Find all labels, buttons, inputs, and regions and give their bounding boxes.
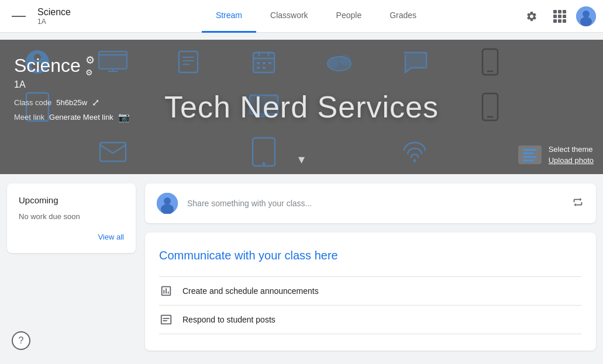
- header-nav: Stream Classwork People Grades: [112, 0, 520, 33]
- upcoming-card: Upcoming No work due soon View all: [7, 183, 136, 253]
- header-right: [520, 5, 596, 28]
- select-theme-button[interactable]: Select theme: [549, 145, 594, 154]
- hero-class-info: Science ⚙ ⚙ 1A Class code 5h6b25w ⤢ Meet…: [14, 54, 130, 123]
- class-code-value: 5h6b25w: [56, 98, 87, 107]
- theme-actions: Select theme Upload photo: [549, 145, 594, 165]
- tab-stream[interactable]: Stream: [202, 0, 256, 33]
- camera-icon: 📷: [118, 112, 130, 123]
- svg-point-37: [164, 197, 171, 204]
- user-share-avatar: [157, 193, 178, 214]
- generate-meet-link[interactable]: Generate Meet link: [49, 113, 113, 122]
- hero-meet-row: Meet link Generate Meet link 📷: [14, 112, 130, 123]
- svg-point-2: [580, 17, 592, 26]
- repost-icon: [571, 196, 584, 209]
- upload-photo-button[interactable]: Upload photo: [549, 156, 594, 165]
- waffle-icon: [553, 10, 566, 23]
- settings-button[interactable]: [520, 5, 543, 28]
- tab-classwork[interactable]: Classwork: [256, 0, 322, 33]
- share-repost-button[interactable]: [571, 196, 584, 212]
- header: Science 1A Stream Classwork People Grade…: [0, 0, 603, 33]
- gear-icon-1: ⚙: [85, 54, 95, 67]
- app-section: 1A: [37, 18, 71, 26]
- list-icon: [159, 313, 173, 327]
- sidebar: Upcoming No work due soon View all: [7, 183, 136, 351]
- announcements-text: Create and schedule announcements: [182, 286, 319, 296]
- app-title: Science 1A: [37, 7, 71, 26]
- hero-class-code-row: Class code 5h6b25w ⤢: [14, 97, 130, 108]
- stream-area: Communicate with your class here Create …: [145, 183, 596, 351]
- announcement-icon: [159, 284, 173, 298]
- share-card: [145, 183, 596, 223]
- gear-icon-2: ⚙: [85, 68, 95, 77]
- app-name: Science: [37, 7, 71, 18]
- hero-chevron[interactable]: ▾: [298, 152, 305, 167]
- communicate-card: Communicate with your class here Create …: [145, 233, 596, 351]
- class-code-label: Class code: [14, 98, 51, 107]
- gear-icon: [526, 11, 537, 22]
- hero-banner: Tech Nerd Services Science ⚙ ⚙ 1A Class …: [0, 40, 603, 174]
- expand-icon[interactable]: ⤢: [92, 97, 99, 108]
- theme-icon: [518, 145, 542, 164]
- hero-theme-controls: Select theme Upload photo: [518, 145, 594, 165]
- user-avatar-image: [576, 6, 596, 26]
- share-avatar: [157, 193, 178, 214]
- share-input[interactable]: [187, 199, 562, 208]
- hero-class-name: Science ⚙ ⚙: [14, 54, 130, 77]
- apps-button[interactable]: [548, 5, 571, 28]
- menu-button[interactable]: [7, 5, 30, 28]
- communicate-title: Communicate with your class here: [159, 249, 582, 262]
- communicate-item-student-posts: Respond to student posts: [159, 305, 582, 334]
- communicate-item-announcements: Create and schedule announcements: [159, 276, 582, 305]
- svg-point-1: [583, 11, 590, 18]
- help-button[interactable]: ?: [12, 331, 30, 350]
- hero-class-section: 1A: [14, 79, 130, 90]
- avatar[interactable]: [576, 6, 596, 26]
- student-posts-text: Respond to student posts: [182, 315, 275, 324]
- meet-label: Meet link: [14, 113, 44, 122]
- upcoming-title: Upcoming: [19, 195, 124, 205]
- tab-people[interactable]: People: [322, 0, 376, 33]
- upcoming-empty: No work due soon: [19, 212, 124, 221]
- main-content: Upcoming No work due soon View all: [0, 174, 603, 360]
- header-left: Science 1A: [7, 5, 112, 28]
- hero-brand-text: Tech Nerd Services: [164, 89, 439, 124]
- view-all-button[interactable]: View all: [98, 233, 124, 241]
- tab-grades[interactable]: Grades: [375, 0, 430, 33]
